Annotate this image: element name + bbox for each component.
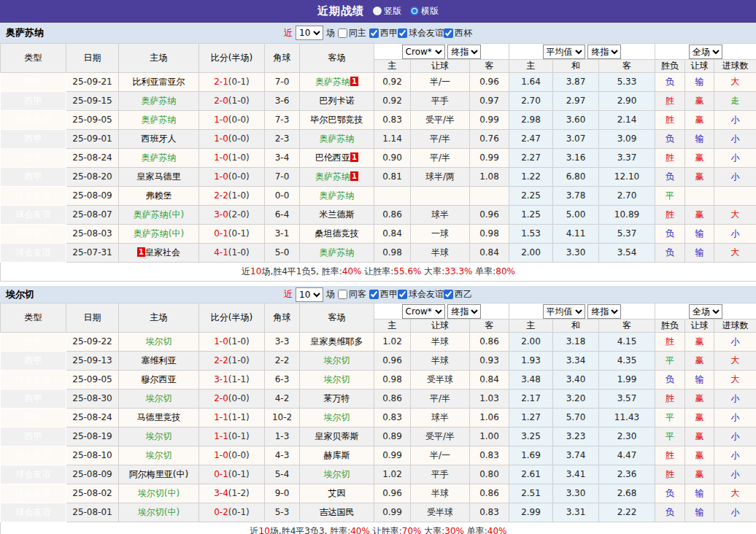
team-name[interactable]: 阿尔梅里亚(中) <box>129 469 188 479</box>
team-name[interactable]: 奥萨苏纳 <box>320 134 355 144</box>
team-name[interactable]: 奥萨苏纳 <box>142 96 177 106</box>
team-name[interactable]: 皇家马德里 <box>137 171 181 182</box>
home-team-cell: 奥萨苏纳 <box>119 92 199 111</box>
avg-draw-odds-cell: 5.70 <box>553 409 599 427</box>
match-type-cell: 球会友谊 <box>1 111 66 130</box>
avg-home-odds-cell: 2.27 <box>509 149 553 168</box>
average-select-group: 平均值 终指 <box>509 303 655 320</box>
team-name[interactable]: 埃尔切 <box>146 431 172 441</box>
team-name[interactable]: 奥萨苏纳(中) <box>134 228 184 239</box>
league-filter[interactable]: 西杯 <box>444 27 472 39</box>
layout-radio-group: 竖版 横版 <box>373 5 439 18</box>
col-type-header: 类型 <box>1 44 66 73</box>
match-type-cell: 西甲 <box>1 168 66 187</box>
team-name[interactable]: 埃尔切(中) <box>138 507 180 517</box>
team-name[interactable]: 埃尔切 <box>324 355 350 365</box>
team-name[interactable]: 皇家社会 <box>145 247 180 258</box>
team-name[interactable]: 吉达国民 <box>320 507 355 517</box>
team-name[interactable]: 巴列卡诺 <box>320 96 355 106</box>
league-filter[interactable]: 西甲 <box>369 288 398 301</box>
col-home-header: 主场 <box>119 44 199 73</box>
team-name[interactable]: 毕尔巴鄂竞技 <box>311 115 363 125</box>
away-team-cell: 毕尔巴鄂竞技 <box>300 111 374 130</box>
team-name[interactable]: 巴伦西亚 <box>315 152 350 163</box>
team-name[interactable]: 埃尔切 <box>146 450 172 460</box>
league-checkbox[interactable] <box>444 28 453 38</box>
league-checkbox[interactable] <box>444 290 453 299</box>
team-name[interactable]: 奥萨苏纳 <box>142 115 177 125</box>
team-name[interactable]: 奥萨苏纳 <box>142 152 177 163</box>
team-name[interactable]: 奥萨苏纳(中) <box>134 209 184 220</box>
match-count-select[interactable]: 10 <box>296 287 323 302</box>
team-name[interactable]: 奥萨苏纳 <box>320 247 355 258</box>
league-checkbox[interactable] <box>369 290 379 299</box>
team-name[interactable]: 皇家奥维耶多 <box>311 336 363 347</box>
team-name[interactable]: 奥萨苏纳 <box>315 77 350 87</box>
team-name[interactable]: 比利亚雷亚尔 <box>133 77 185 87</box>
corner-cell: 5-0 <box>265 244 300 263</box>
team-name[interactable]: 穆尔西亚 <box>142 374 177 384</box>
final-odds-select[interactable]: 终指 <box>447 44 481 59</box>
league-checkbox[interactable] <box>369 28 379 38</box>
team-name[interactable]: 马德里竞技 <box>137 412 181 422</box>
layout-vertical-radio[interactable]: 竖版 <box>373 5 401 18</box>
bookmaker-select[interactable]: Crow* <box>402 304 445 319</box>
match-count-select[interactable]: 10 <box>296 26 323 40</box>
team-name[interactable]: 埃尔切 <box>146 393 172 403</box>
same-venue-filter[interactable]: 同客 <box>338 288 366 301</box>
home-team-cell: 埃尔切 <box>119 446 199 465</box>
league-filter[interactable]: 西甲 <box>369 27 398 39</box>
red-card-badge: 1 <box>350 171 358 181</box>
avg-away-odds-cell: 4.35 <box>599 352 655 371</box>
team-name[interactable]: 米兰德斯 <box>320 209 355 220</box>
team-name[interactable]: 埃尔切 <box>324 412 350 422</box>
team-name[interactable]: 西班牙人 <box>142 134 177 144</box>
crow-away-odds-cell: 0.99 <box>470 111 509 130</box>
average-select[interactable]: 平均值 <box>543 44 585 59</box>
league-label: 球会友谊 <box>409 27 444 39</box>
match-date-cell: 25-09-05 <box>66 371 119 390</box>
fulltime-score: 4-1 <box>214 247 228 258</box>
team-name[interactable]: 埃尔切 <box>324 469 350 479</box>
final-odds-select[interactable]: 终指 <box>447 304 481 319</box>
away-team-cell: 皇家贝蒂斯 <box>300 427 374 446</box>
goals-result-cell <box>714 187 756 206</box>
team-name[interactable]: 埃尔切 <box>146 336 172 347</box>
final-odds-select-2[interactable]: 终指 <box>587 44 621 59</box>
handicap-result-cell: 赢 <box>685 465 714 484</box>
bookmaker-select[interactable]: Crow* <box>402 44 445 59</box>
team-name[interactable]: 艾因 <box>328 488 346 498</box>
team-name[interactable]: 奥萨苏纳 <box>315 171 350 182</box>
handicap-result-cell: 赢 <box>685 149 714 168</box>
team-name[interactable]: 赫库斯 <box>324 450 350 460</box>
same-venue-filter[interactable]: 同主 <box>338 27 366 39</box>
handicap-result-cell: 赢 <box>685 92 714 111</box>
goals-result-cell: 小 <box>714 333 756 352</box>
full-match-select[interactable]: 全场 <box>689 304 722 319</box>
team-name[interactable]: 埃尔切 <box>324 374 350 384</box>
team-name[interactable]: 埃尔切(中) <box>138 488 180 498</box>
league-filter[interactable]: 球会友谊 <box>398 27 444 39</box>
team-name[interactable]: 弗赖堡 <box>146 190 172 201</box>
team-name[interactable]: 奥萨苏纳 <box>320 190 355 201</box>
match-row: 西甲25-09-01西班牙人1-0(0-0)2-3奥萨苏纳1.14平/半0.76… <box>1 130 756 149</box>
bookmaker-select-group: Crow* 终指 <box>374 303 509 320</box>
team-name[interactable]: 桑坦德竞技 <box>315 228 359 239</box>
same-venue-checkbox[interactable] <box>338 28 347 38</box>
crow-home-odds-cell: 0.81 <box>374 168 411 187</box>
col-date-header: 日期 <box>66 303 119 333</box>
final-odds-select-2[interactable]: 终指 <box>587 304 621 319</box>
team-name[interactable]: 莱万特 <box>324 393 350 403</box>
recent-results-table-osasuna: 类型 日期 主场 比分(半场) 角球 客场 Crow* 终指 平均值 终指 全场… <box>0 43 756 282</box>
league-filter[interactable]: 西乙 <box>444 288 472 301</box>
full-match-select[interactable]: 全场 <box>689 44 722 59</box>
avg-draw-odds-cell: 3.30 <box>553 244 599 263</box>
league-checkbox[interactable] <box>398 28 407 38</box>
average-select[interactable]: 平均值 <box>543 304 585 319</box>
same-venue-checkbox[interactable] <box>338 290 347 299</box>
league-checkbox[interactable] <box>398 290 407 299</box>
team-name[interactable]: 皇家贝蒂斯 <box>315 431 359 441</box>
team-name[interactable]: 塞维利亚 <box>142 355 177 365</box>
league-filter[interactable]: 球会友谊 <box>398 288 444 301</box>
layout-horizontal-radio[interactable]: 横版 <box>410 5 439 18</box>
